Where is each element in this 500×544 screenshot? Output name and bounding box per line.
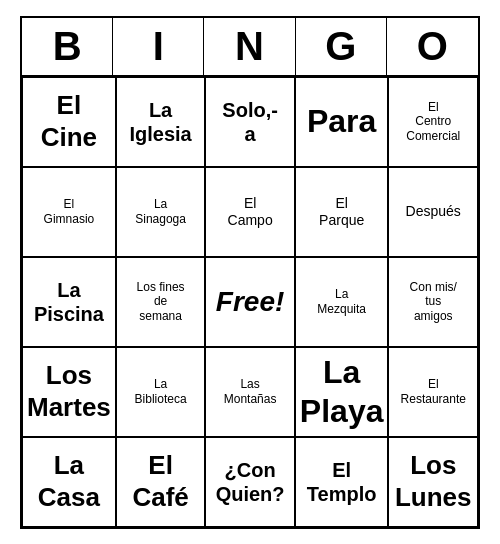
bingo-cell: La Casa <box>22 437 116 527</box>
bingo-cell: Solo,- a <box>205 77 295 167</box>
cell-text: ¿Con Quien? <box>216 458 285 506</box>
header-letter: I <box>113 18 204 75</box>
cell-text: El Campo <box>228 195 273 229</box>
bingo-cell: Los fines de semana <box>116 257 206 347</box>
cell-text: Los fines de semana <box>137 280 185 323</box>
bingo-cell: Las Montañas <box>205 347 295 437</box>
bingo-header: BINGO <box>22 18 478 77</box>
cell-text: La Biblioteca <box>135 377 187 406</box>
bingo-cell: Los Lunes <box>388 437 478 527</box>
bingo-cell: El Restaurante <box>388 347 478 437</box>
bingo-cell: El Campo <box>205 167 295 257</box>
bingo-cell: El Templo <box>295 437 389 527</box>
cell-text: Con mis/ tus amigos <box>410 280 457 323</box>
cell-text: El Centro Comercial <box>406 100 460 143</box>
cell-text: Para <box>307 102 376 140</box>
cell-text: Las Montañas <box>224 377 277 406</box>
cell-text: El Restaurante <box>401 377 466 406</box>
bingo-cell: La Piscina <box>22 257 116 347</box>
cell-text: La Mezquita <box>317 287 366 316</box>
cell-text: El Templo <box>307 458 377 506</box>
bingo-cell: ¿Con Quien? <box>205 437 295 527</box>
cell-text: La Piscina <box>34 278 104 326</box>
bingo-cell: El Parque <box>295 167 389 257</box>
bingo-card: BINGO El CineLa IglesiaSolo,- aParaEl Ce… <box>20 16 480 529</box>
cell-text: Después <box>406 203 461 220</box>
bingo-cell: Para <box>295 77 389 167</box>
cell-text: La Sinagoga <box>135 197 186 226</box>
bingo-cell: La Mezquita <box>295 257 389 347</box>
header-letter: N <box>204 18 295 75</box>
bingo-cell: Free! <box>205 257 295 347</box>
bingo-cell: Después <box>388 167 478 257</box>
bingo-cell: Los Martes <box>22 347 116 437</box>
cell-text: Free! <box>216 285 284 319</box>
header-letter: G <box>296 18 387 75</box>
cell-text: Los Lunes <box>395 450 472 512</box>
bingo-cell: Con mis/ tus amigos <box>388 257 478 347</box>
cell-text: La Casa <box>38 450 100 512</box>
header-letter: B <box>22 18 113 75</box>
cell-text: El Café <box>132 450 188 512</box>
cell-text: Los Martes <box>27 360 111 422</box>
cell-text: El Parque <box>319 195 364 229</box>
bingo-cell: La Sinagoga <box>116 167 206 257</box>
bingo-grid: El CineLa IglesiaSolo,- aParaEl Centro C… <box>22 77 478 527</box>
bingo-cell: El Gimnasio <box>22 167 116 257</box>
bingo-cell: La Iglesia <box>116 77 206 167</box>
bingo-cell: La Biblioteca <box>116 347 206 437</box>
cell-text: El Cine <box>41 90 97 152</box>
bingo-cell: El Café <box>116 437 206 527</box>
bingo-cell: La Playa <box>295 347 389 437</box>
cell-text: La Playa <box>300 353 384 430</box>
bingo-cell: El Centro Comercial <box>388 77 478 167</box>
bingo-cell: El Cine <box>22 77 116 167</box>
header-letter: O <box>387 18 478 75</box>
cell-text: La Iglesia <box>129 98 191 146</box>
cell-text: Solo,- a <box>222 98 278 146</box>
cell-text: El Gimnasio <box>44 197 95 226</box>
